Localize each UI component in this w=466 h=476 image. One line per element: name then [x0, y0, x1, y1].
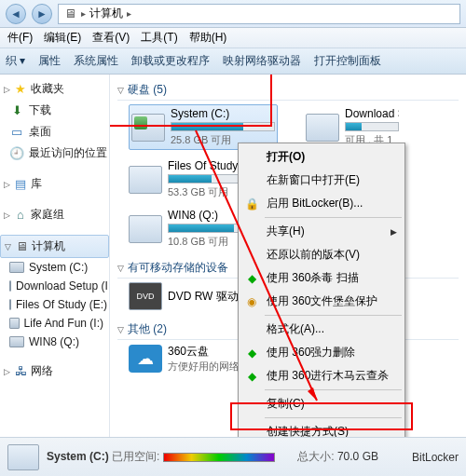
drive-icon: [306, 114, 339, 142]
vault-icon: ◉: [244, 294, 259, 309]
ctx-360trojan[interactable]: ◆使用 360进行木马云查杀: [240, 364, 403, 388]
drive-icon: [131, 114, 165, 142]
sidebar: ▷★收藏夹 ⬇下载 ▭桌面 🕘最近访问的位置 ▷▤库 ▷⌂家庭组 ▽🖥计算机 S…: [0, 75, 110, 456]
sidebar-desktop[interactable]: ▭桌面: [0, 121, 109, 143]
separator: [265, 389, 402, 390]
sidebar-drive-win8[interactable]: WIN8 (Q:): [0, 333, 109, 351]
drive-icon: [9, 336, 24, 347]
download-icon: ⬇: [9, 103, 24, 118]
titlebar: ◄ ► 🖥 ▸ 计算机 ▸: [0, 0, 466, 28]
drive-icon: [9, 280, 11, 292]
statusbar: System (C:) 已用空间: 总大小: 70.0 GB BitLocker: [0, 437, 466, 476]
nav-back-button[interactable]: ◄: [6, 4, 26, 24]
status-bitlocker: BitLocker: [412, 451, 459, 464]
address-bar[interactable]: 🖥 ▸ 计算机 ▸: [58, 4, 460, 24]
ctx-360scan[interactable]: ◆使用 360杀毒 扫描: [240, 266, 403, 290]
sidebar-drive-study[interactable]: Files Of Study (E:): [0, 295, 109, 314]
sidebar-drive-c[interactable]: System (C:): [0, 258, 109, 277]
desktop-icon: ▭: [9, 125, 24, 140]
sidebar-recent[interactable]: 🕘最近访问的位置: [0, 143, 109, 164]
menu-file[interactable]: 件(F): [4, 28, 36, 48]
sidebar-home[interactable]: ▷⌂家庭组: [0, 204, 109, 225]
star-icon: ★: [13, 82, 28, 97]
drive-icon: [9, 299, 11, 310]
ctx-restore[interactable]: 还原以前的版本(V): [240, 243, 403, 266]
menubar: 件(F) 编辑(E) 查看(V) 工具(T) 帮助(H): [0, 28, 466, 48]
drive-icon: [7, 444, 39, 470]
sidebar-fav[interactable]: ▷★收藏夹: [0, 78, 109, 100]
separator: [265, 315, 402, 316]
separator: [265, 417, 402, 418]
library-icon: ▤: [13, 177, 28, 192]
menu-edit[interactable]: 编辑(E): [40, 28, 85, 48]
sidebar-network[interactable]: ▷🖧网络: [0, 360, 109, 382]
network-icon: 🖧: [13, 364, 28, 379]
menu-view[interactable]: 查看(V): [89, 28, 133, 48]
ctx-bitlocker[interactable]: 🔒启用 BitLocker(B)...: [240, 192, 403, 215]
sidebar-drive-download[interactable]: Download Setup (I: [0, 277, 109, 295]
chevron-right-icon: ▸: [81, 8, 86, 19]
ctx-format[interactable]: 格式化(A)...: [240, 318, 403, 341]
cloud-icon: ☁: [129, 345, 162, 373]
menu-tools[interactable]: 工具(T): [137, 28, 181, 48]
tool-props[interactable]: 属性: [38, 53, 61, 69]
ctx-open[interactable]: 打开(O): [240, 145, 403, 169]
tool-sysprops[interactable]: 系统属性: [74, 53, 118, 69]
drive-icon: [129, 215, 162, 243]
computer-icon: 🖥: [62, 7, 77, 21]
tool-cpanel[interactable]: 打开控制面板: [314, 53, 381, 69]
scan-icon: ◆: [244, 369, 259, 384]
homegroup-icon: ⌂: [13, 208, 28, 223]
context-menu: 打开(O) 在新窗口中打开(E) 🔒启用 BitLocker(B)... 共享(…: [238, 143, 405, 476]
drive-icon: [9, 318, 20, 329]
computer-icon: 🖥: [14, 239, 29, 254]
usage-strip: [163, 453, 275, 462]
group-hdd[interactable]: ▽硬盘 (5): [117, 80, 459, 101]
sidebar-downloads[interactable]: ⬇下载: [0, 100, 109, 121]
tool-organize[interactable]: 织 ▾: [6, 53, 25, 69]
sidebar-drive-fun[interactable]: Life And Fun (I:): [0, 314, 109, 333]
ctx-360del[interactable]: ◆使用 360强力删除: [240, 341, 403, 364]
delete-icon: ◆: [244, 346, 259, 360]
sidebar-lib[interactable]: ▷▤库: [0, 173, 109, 195]
address-text: 计算机: [89, 6, 123, 21]
recent-icon: 🕘: [9, 146, 24, 161]
shield-icon: ◆: [244, 271, 259, 286]
separator: [265, 217, 402, 218]
usage-bar: [345, 122, 399, 131]
dvd-icon: DVD: [129, 282, 162, 310]
bitlocker-icon: 🔒: [244, 197, 259, 211]
nav-fwd-button[interactable]: ►: [32, 4, 52, 24]
menu-help[interactable]: 帮助(H): [185, 28, 231, 48]
sidebar-computer[interactable]: ▽🖥计算机: [0, 235, 109, 258]
chevron-right-icon: ▸: [127, 8, 131, 19]
toolbar: 织 ▾ 属性 系统属性 卸载或更改程序 映射网络驱动器 打开控制面板: [0, 48, 466, 75]
drive-icon: [129, 166, 162, 194]
ctx-open-new[interactable]: 在新窗口中打开(E): [240, 169, 403, 192]
usage-bar: [171, 122, 275, 131]
tool-mapdrive[interactable]: 映射网络驱动器: [223, 53, 301, 69]
drive-icon: [9, 262, 24, 273]
chevron-right-icon: ▶: [391, 227, 397, 237]
tool-uninstall[interactable]: 卸载或更改程序: [131, 53, 210, 69]
ctx-copy[interactable]: 复制(C): [240, 392, 403, 415]
ctx-share[interactable]: 共享(H)▶: [240, 220, 403, 243]
ctx-360vault[interactable]: ◉使用 360文件堡垒保护: [240, 290, 403, 313]
